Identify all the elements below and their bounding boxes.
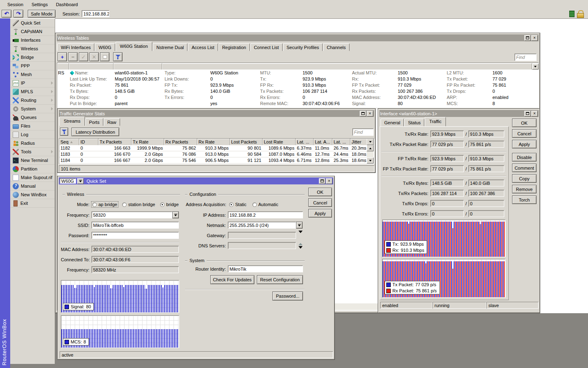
redo-icon[interactable]: ↷ — [13, 10, 23, 18]
sidebar-item-new-terminal[interactable]: New Terminal — [10, 156, 55, 165]
col-id[interactable]: ID — [79, 139, 98, 145]
column-select-icon[interactable] — [532, 63, 539, 70]
comment-icon[interactable] — [100, 52, 109, 61]
check-for-updates-button[interactable]: Check For Updates — [210, 275, 254, 284]
apply-button[interactable]: Apply — [512, 140, 537, 148]
apply-button[interactable]: Apply — [308, 209, 332, 218]
column-select-icon[interactable] — [367, 139, 374, 145]
sidebar-item-manual[interactable]: Manual — [10, 182, 55, 191]
interface-titlebar[interactable]: Interface <wlan60-station-1> × — [379, 110, 539, 117]
reset-configuration-button[interactable]: Reset Configuration — [257, 275, 303, 284]
comment-button[interactable]: Comment — [512, 164, 537, 172]
latency-distribution-button[interactable]: Latency Distribution — [71, 128, 119, 136]
menu-settings[interactable]: Settings — [27, 1, 52, 8]
add-icon[interactable]: + — [58, 52, 67, 61]
vertical-scrollbar[interactable] — [367, 139, 374, 164]
sidebar-item-system[interactable]: System — [10, 105, 55, 113]
col-rx-packets[interactable]: Rx Packets — [164, 139, 197, 145]
menu-session[interactable]: Session — [3, 1, 27, 8]
tab-traffic[interactable]: Traffic — [425, 117, 446, 126]
radio-station-bridge[interactable]: station bridge — [121, 202, 156, 207]
tab-channels[interactable]: Channels — [323, 43, 349, 51]
close-icon[interactable]: × — [531, 111, 538, 117]
spinner-updown-icon[interactable] — [298, 243, 303, 249]
radio-ap-bridge[interactable]: ap bridge — [91, 202, 118, 207]
col-seq[interactable]: Seq — [60, 139, 69, 144]
col-latency-avg[interactable]: Lat. A... — [314, 139, 332, 145]
tab-ports[interactable]: Ports — [85, 118, 103, 126]
tab-raw[interactable]: Raw — [104, 118, 120, 126]
col-lost-packets[interactable]: Lost Packets — [230, 139, 263, 145]
tab-access-list[interactable]: Access List — [188, 43, 218, 51]
password-button[interactable]: Password... — [272, 292, 303, 301]
tab-general[interactable]: General — [381, 119, 404, 126]
gateway-input[interactable] — [228, 232, 296, 239]
ok-button[interactable]: OK — [512, 119, 537, 127]
maximize-icon[interactable] — [319, 178, 325, 184]
tab-status[interactable]: Status — [404, 119, 424, 126]
sidebar-item-mesh[interactable]: Mesh — [10, 70, 55, 79]
dropdown-icon[interactable] — [172, 211, 179, 218]
remove-button[interactable]: Remove — [512, 185, 537, 193]
cancel-button[interactable]: Cancel — [512, 129, 537, 138]
sidebar-item-partition[interactable]: Partition — [10, 165, 55, 173]
filter-funnel-icon[interactable] — [60, 128, 68, 136]
enable-check-icon[interactable]: ✓ — [79, 52, 88, 61]
maximize-icon[interactable] — [524, 111, 531, 117]
col-latency-min[interactable]: Lat. ... — [296, 139, 314, 145]
find-input[interactable]: Find — [352, 128, 374, 136]
sidebar-item-wireless[interactable]: Wireless — [10, 45, 55, 53]
interface-entry-row[interactable]: RS Name: wlan60-station-1 Type: W60G Sta… — [58, 70, 539, 107]
scroll-up-icon[interactable] — [367, 145, 374, 151]
close-icon[interactable]: × — [367, 111, 373, 117]
ok-button[interactable]: OK — [308, 188, 332, 196]
sidebar-item-routing[interactable]: Routing — [10, 96, 55, 105]
wireless-tables-titlebar[interactable]: Wireless Tables × — [57, 34, 539, 41]
ip-address-input[interactable]: 192.168.88.2 — [228, 211, 303, 218]
table-row[interactable]: 11830 166 6702.0 Gbps 76 086913.0 Mbps 9… — [59, 151, 367, 157]
table-row[interactable]: 11840 166 6672.0 Gbps 75 546906.5 Mbps 9… — [59, 157, 367, 164]
sidebar-item-files[interactable]: Files — [10, 122, 55, 130]
dns-servers-input[interactable] — [228, 242, 296, 249]
sidebar-item-interfaces[interactable]: Interfaces — [10, 36, 55, 45]
col-jitter[interactable]: Jitter — [350, 139, 367, 145]
password-input[interactable]: ******** — [91, 232, 179, 239]
torch-button[interactable]: Torch — [512, 195, 537, 204]
find-input[interactable]: Find — [514, 54, 537, 61]
sidebar-item-queues[interactable]: Queues — [10, 113, 55, 122]
sidebar-item-mpls[interactable]: MPLS — [10, 88, 55, 96]
dropdown-icon[interactable] — [296, 222, 303, 229]
column-header-row[interactable] — [57, 63, 539, 70]
ssid-input[interactable]: MikroTik-bffceb — [91, 222, 179, 229]
maximize-icon[interactable] — [524, 35, 531, 41]
radio-static[interactable]: Static — [228, 202, 247, 207]
tab-connect-list[interactable]: Connect List — [250, 43, 283, 51]
sidebar-item-radius[interactable]: Radius — [10, 139, 55, 148]
close-icon[interactable]: × — [326, 178, 332, 184]
tab-registration[interactable]: Registration — [218, 43, 250, 51]
undo-icon[interactable]: ↶ — [2, 10, 11, 18]
col-lost-rate[interactable]: Lost Rate — [263, 139, 296, 145]
traffic-generator-titlebar[interactable]: Traffic Generator Stats × — [59, 110, 374, 117]
disable-button[interactable]: Disable — [512, 153, 537, 162]
tab-w60g[interactable]: W60G — [95, 43, 115, 51]
col-rx-rate[interactable]: Rx Rate — [197, 139, 230, 145]
sidebar-item-ip[interactable]: IP — [10, 79, 55, 88]
dropdown-arrow-icon[interactable] — [298, 233, 303, 238]
scroll-down-icon[interactable] — [367, 157, 374, 164]
close-icon[interactable]: × — [531, 35, 538, 41]
remove-icon[interactable]: − — [68, 52, 78, 61]
sidebar-item-tools[interactable]: Tools — [10, 148, 55, 156]
col-tx-packets[interactable]: Tx Packets — [98, 139, 131, 145]
safe-mode-button[interactable]: Safe Mode — [28, 10, 56, 18]
sidebar-item-ppp[interactable]: PPP — [10, 62, 55, 70]
col-tx-rate[interactable]: Tx Rate — [131, 139, 164, 145]
col-latency-max[interactable]: Lat. ... — [332, 139, 350, 145]
frequency-input[interactable]: 58320 — [91, 211, 172, 218]
sidebar-item-bridge[interactable]: Bridge — [10, 53, 55, 62]
table-row[interactable]: 11820 166 6631999.9 Mbps 75 862910.3 Mbp… — [59, 145, 367, 151]
radio-automatic[interactable]: Automatic — [252, 202, 279, 207]
copy-button[interactable]: Copy — [512, 174, 537, 183]
tab-wifi-interfaces[interactable]: WiFi Interfaces — [57, 43, 94, 51]
filter-funnel-icon[interactable] — [113, 52, 122, 61]
